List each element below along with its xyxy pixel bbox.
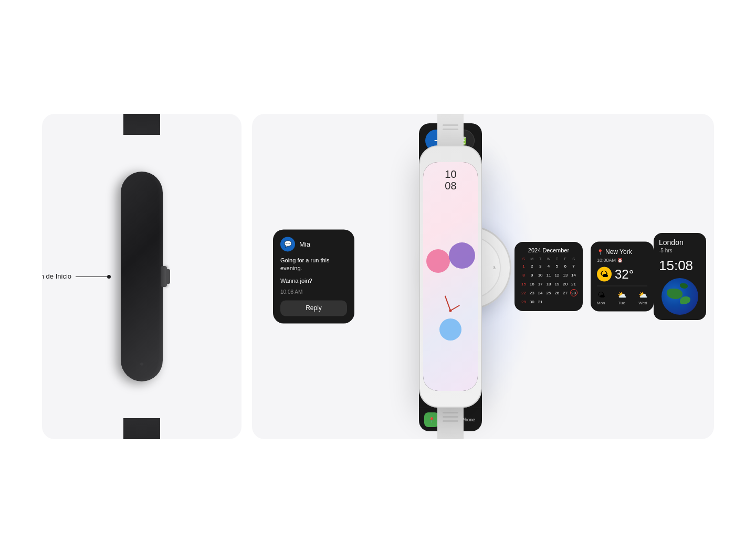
world-clock-time: 15:08 — [659, 258, 701, 274]
right-inner: 12 6 9 3 — [252, 114, 714, 439]
circle-purple — [449, 242, 475, 269]
cal-day-14: 14 — [570, 271, 578, 279]
cal-day-8: 8 — [520, 271, 527, 279]
home-button[interactable] — [161, 266, 167, 287]
card-message: 💬 Mia Going for a run this evening. Wann… — [273, 229, 354, 323]
cal-day-26: 26 — [553, 289, 561, 296]
message-header: 💬 Mia — [280, 237, 347, 251]
watch-hand-minute — [445, 296, 451, 311]
cal-day-empty-3 — [562, 298, 569, 305]
cal-day-15: 15 — [520, 280, 527, 288]
cal-day-21: 21 — [570, 280, 578, 288]
message-sender: Mia — [299, 240, 310, 248]
cal-day-2: 2 — [528, 262, 536, 270]
weather-temp-row: 🌤 32° — [597, 267, 647, 282]
forecast-tue-label: Tue — [617, 301, 626, 305]
cal-day-20: 20 — [562, 280, 569, 288]
cal-day-empty-2 — [553, 298, 561, 305]
card-weather: 📍 New York 10:08AM ⏰ 🌤 32° 🌤 Mon — [591, 242, 654, 312]
cal-day-16: 16 — [528, 280, 536, 288]
cal-day-22: 22 — [520, 289, 527, 296]
cal-day-5: 5 — [553, 262, 561, 270]
button-label-text: Botón de Inicio — [42, 272, 71, 281]
cal-day-3: 3 — [537, 262, 544, 270]
left-panel: Botón de Inicio — [42, 114, 242, 439]
cal-day-empty-1 — [545, 298, 552, 305]
weather-cloud-icon: 🌤 — [597, 267, 612, 282]
cal-day-7: 7 — [570, 262, 578, 270]
cal-day-4: 4 — [545, 262, 552, 270]
cal-day-28: 28 — [570, 289, 578, 296]
cal-day-10: 10 — [537, 271, 544, 279]
cal-day-30: 30 — [528, 298, 536, 305]
weather-time: 10:08AM ⏰ — [597, 258, 647, 263]
cal-day-11: 11 — [545, 271, 552, 279]
message-text: Going for a run this evening. — [280, 257, 347, 273]
cal-day-31: 31 — [537, 298, 544, 305]
world-clock-offset: -5 hrs — [659, 248, 701, 253]
watch-screen: 10 08 — [423, 162, 478, 391]
label-dot — [107, 275, 111, 279]
cal-day-24: 24 — [537, 289, 544, 296]
forecast-wed-label: Wed — [638, 301, 647, 305]
forecast-tue: ⛅ Tue — [617, 291, 626, 305]
watch-strap-bottom — [437, 408, 464, 439]
weather-forecast: 🌤 Mon ⛅ Tue ⛅ Wed — [597, 286, 647, 305]
message-avatar: 💬 — [280, 237, 295, 251]
weather-location: 📍 New York — [597, 248, 647, 256]
cal-day-23: 23 — [528, 289, 536, 296]
forecast-tue-icon: ⛅ — [617, 291, 626, 299]
cal-header-fri: F — [561, 257, 569, 261]
watch-band-bottom-left — [123, 418, 160, 439]
cal-day-19: 19 — [553, 280, 561, 288]
label-line — [76, 276, 107, 277]
cal-header-sat: S — [570, 257, 578, 261]
watch-time: 10 08 — [445, 168, 456, 192]
cal-day-1: 1 — [520, 262, 527, 270]
central-watch: 10 08 — [419, 114, 482, 439]
weather-city: New York — [605, 248, 632, 256]
circle-blue — [439, 318, 461, 341]
earth-land-3 — [680, 283, 688, 289]
cal-day-29: 29 — [520, 298, 527, 305]
calendar-grid: S M T W T F S 1 2 3 4 5 6 7 8 9 10 — [520, 257, 578, 306]
cal-day-9: 9 — [528, 271, 536, 279]
watch-side-body — [121, 172, 163, 381]
cal-header-tue: T — [537, 257, 544, 261]
forecast-mon-label: Mon — [597, 301, 605, 305]
forecast-wed: ⛅ Wed — [638, 291, 647, 305]
card-world-clock: London -5 hrs 15:08 — [654, 233, 706, 320]
watch-side-view: Botón de Inicio — [74, 130, 210, 423]
forecast-mon-icon: 🌤 — [597, 291, 605, 299]
right-panel: 12 6 9 3 — [252, 114, 714, 439]
cal-header-mon: M — [528, 257, 536, 261]
cal-header-thu: T — [553, 257, 561, 261]
alarm-icon: ⏰ — [617, 258, 623, 262]
cal-day-12: 12 — [553, 271, 561, 279]
location-pin-icon: 📍 — [597, 249, 603, 254]
watch-front-body: 10 08 — [419, 145, 482, 408]
cal-day-13: 13 — [562, 271, 569, 279]
weather-temperature: 32° — [615, 267, 634, 282]
cal-day-6: 6 — [562, 262, 569, 270]
cal-day-25: 25 — [545, 289, 552, 296]
watch-face: 10 08 — [423, 162, 478, 391]
message-time: 10:08 AM — [280, 290, 347, 295]
cal-day-18: 18 — [545, 280, 552, 288]
earth-land-1 — [667, 289, 682, 299]
forecast-wed-icon: ⛅ — [638, 291, 647, 299]
card-calendar: 2024 December S M T W T F S 1 2 3 4 5 6 … — [514, 242, 583, 311]
cal-header-wed: W — [545, 257, 553, 261]
home-button-inner — [166, 269, 170, 284]
watch-band-top-left — [123, 114, 160, 135]
message-followup: Wanna join? — [280, 277, 347, 285]
watch-sensor-dot — [140, 363, 143, 366]
reply-button[interactable]: Reply — [280, 301, 347, 316]
watch-hand-center — [449, 310, 452, 312]
forecast-mon: 🌤 Mon — [597, 291, 605, 305]
earth-land-2 — [680, 296, 690, 304]
button-label-group: Botón de Inicio — [42, 272, 111, 281]
circle-pink — [426, 249, 450, 273]
calendar-header: 2024 December — [520, 247, 578, 253]
cal-day-17: 17 — [537, 280, 544, 288]
